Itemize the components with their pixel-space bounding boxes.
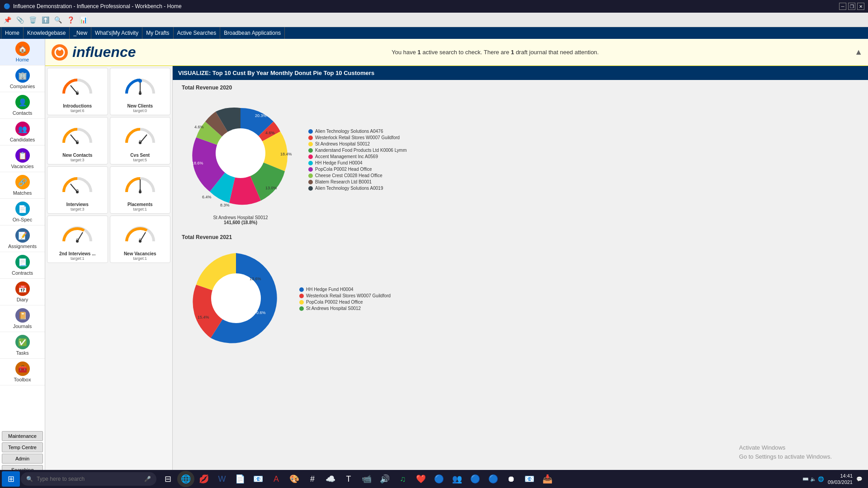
nav-tab-knowledgebase[interactable]: Knowledgebase xyxy=(24,27,70,39)
sidebar-item-journals[interactable]: 📔 Journals xyxy=(0,305,45,332)
svg-text:4.6%: 4.6% xyxy=(265,131,275,135)
maintenance-button[interactable]: Maintenance xyxy=(2,431,43,441)
sidebar-item-candidates[interactable]: 👥 Candidates xyxy=(0,119,45,145)
toolbar-chart-button[interactable]: 📊 xyxy=(78,14,89,25)
taskbar-customer-button[interactable]: 👥 xyxy=(448,471,466,487)
taskbar-word-button[interactable]: W xyxy=(213,471,231,487)
sidebar-item-diary[interactable]: 📅 Diary xyxy=(0,279,45,305)
nav-tab-drafts[interactable]: My Drafts xyxy=(142,27,173,39)
taskbar-teams-button[interactable]: T xyxy=(340,471,357,487)
search-input[interactable] xyxy=(37,476,141,482)
nav-tab-new[interactable]: _New xyxy=(70,27,91,39)
notification-icon[interactable]: 💬 xyxy=(856,476,863,482)
taskbar-acrobat-button[interactable]: A xyxy=(268,471,285,487)
gauge-placements[interactable]: 0 Placements target:1 xyxy=(110,166,171,214)
sidebar-item-assignments[interactable]: 📝 Assignments xyxy=(0,225,45,252)
nav-tab-searches[interactable]: Active Searches xyxy=(174,27,221,39)
taskbar-chrome-button[interactable]: 🌐 xyxy=(177,471,194,487)
gauge-cvs-sent[interactable]: 0 Cvs Sent target:5 xyxy=(110,117,171,164)
nav-tab-broadbean[interactable]: Broadbean Applications xyxy=(220,27,285,39)
nav-tab-home[interactable]: Home xyxy=(1,27,24,39)
sidebar-item-contacts[interactable]: 👤 Contacts xyxy=(0,92,45,119)
restore-button[interactable]: ❐ xyxy=(848,3,855,10)
taskbar-outlook-button[interactable]: 📧 xyxy=(250,471,267,487)
gauge-new-vacancies[interactable]: 0 New Vacancies target:1 xyxy=(110,216,171,263)
taskbar-search-box[interactable]: 🔍 🎤 xyxy=(21,472,156,486)
title-bar-title: 🔵 Influence Demonstration - Influence Pr… xyxy=(4,3,839,9)
taskbar-cloud-button[interactable]: ☁️ xyxy=(322,471,339,487)
gauge-target-new-contacts: target:3 xyxy=(49,158,106,162)
chart-content: Total Revenue 2020 xyxy=(173,80,868,367)
taskbar-docs-button[interactable]: 📄 xyxy=(231,471,249,487)
legend-item-8: Blatem Research Ltd B0001 xyxy=(308,179,407,184)
gauge-label-placements: Placements xyxy=(112,202,169,207)
sidebar-item-toolbox[interactable]: 🧰 Toolbox xyxy=(0,359,45,385)
taskbar-influence3-button[interactable]: 🔵 xyxy=(485,471,502,487)
svg-text:0: 0 xyxy=(139,238,142,243)
sidebar-item-home[interactable]: 🏠 Home xyxy=(0,39,45,66)
taskbar-spotify-button[interactable]: ♫ xyxy=(394,471,411,487)
sidebar-item-vacancies[interactable]: 📋 Vacancies xyxy=(0,145,45,172)
notice-text: You have xyxy=(392,49,416,56)
taskbar-taskview-button[interactable]: ⊟ xyxy=(159,471,176,487)
date-display: 09/03/2021 xyxy=(828,479,853,485)
gauge-label-introductions: Introductions xyxy=(49,103,106,108)
sidebar-label-journals: Journals xyxy=(13,324,32,329)
legend-2021-dot-2 xyxy=(299,300,304,305)
taskbar-adobe-button[interactable]: 🎨 xyxy=(286,471,303,487)
svg-text:0: 0 xyxy=(76,140,79,145)
svg-text:0: 0 xyxy=(76,238,79,243)
donut-svg-2021: 13.6% 70.6% 15.4% xyxy=(182,244,290,352)
toolbar-delete-button[interactable]: 🗑️ xyxy=(27,14,38,25)
sidebar-item-matches[interactable]: 🔗 Matches xyxy=(0,172,45,199)
legend-2021-label-3: St Andrews Hospital S0012 xyxy=(306,306,361,311)
start-button[interactable]: ⊞ xyxy=(2,471,20,487)
admin-button[interactable]: Admin xyxy=(2,454,43,464)
header-scroll-button[interactable]: ▲ xyxy=(854,47,863,57)
taskbar-slack-button[interactable]: # xyxy=(304,471,321,487)
gauge-canvas-2nd-interviews: 0 xyxy=(49,219,106,250)
taskbar-alexa-button[interactable]: 🔊 xyxy=(376,471,393,487)
temp-centre-button[interactable]: Temp Centre xyxy=(2,442,43,452)
toolbar-attach-button[interactable]: 📎 xyxy=(14,14,25,25)
gauge-new-contacts[interactable]: 0 New Contacts target:3 xyxy=(47,117,108,164)
legend-item-5: HH Hedge Fund H0004 xyxy=(308,160,407,165)
legend-2021-label-1: Westerlock Retail Stores W0007 Guildford xyxy=(306,293,391,298)
svg-text:0: 0 xyxy=(139,140,142,145)
sidebar-item-contracts[interactable]: 📃 Contracts xyxy=(0,252,45,279)
svg-text:13.0%: 13.0% xyxy=(265,186,277,190)
logo-icon xyxy=(51,43,69,61)
legend-label-7: Cheese Crest C0028 Head Office xyxy=(315,173,382,178)
main-content: influence You have 1 active search to ch… xyxy=(45,39,868,488)
taskbar-zoom-button[interactable]: 📹 xyxy=(358,471,375,487)
sidebar-item-onspec[interactable]: 📄 On-Spec xyxy=(0,199,45,225)
toolbar-search-button[interactable]: 🔍 xyxy=(52,14,63,25)
sidebar-label-candidates: Candidates xyxy=(10,137,35,142)
taskbar-rec-button[interactable]: ⏺ xyxy=(503,471,520,487)
toolbar-up-button[interactable]: ⬆️ xyxy=(40,14,51,25)
gauge-new-clients[interactable]: 0 New Clients target:0 xyxy=(110,68,171,115)
taskbar-outlook2-button[interactable]: 📧 xyxy=(521,471,538,487)
gauge-interviews[interactable]: 0 Interviews target:3 xyxy=(47,166,108,214)
candidates-icon: 👥 xyxy=(15,122,30,136)
taskbar-influence1-button[interactable]: 🔵 xyxy=(430,471,448,487)
taskbar-heart-button[interactable]: ❤️ xyxy=(412,471,429,487)
svg-text:70.6%: 70.6% xyxy=(254,310,266,315)
toolbar-help-button[interactable]: ❓ xyxy=(65,14,76,25)
taskbar-kiss-button[interactable]: 💋 xyxy=(195,471,212,487)
nav-tab-whats[interactable]: What's|My Activity xyxy=(91,27,142,39)
notice-middle: active search to check. There are xyxy=(422,49,509,56)
sidebar-item-tasks[interactable]: ✅ Tasks xyxy=(0,332,45,359)
taskbar-influence2-button[interactable]: 🔵 xyxy=(467,471,484,487)
taskbar-inb-button[interactable]: 📥 xyxy=(539,471,556,487)
gauge-2nd-interviews[interactable]: 0 2nd Interviews ... target:1 xyxy=(47,216,108,263)
close-button[interactable]: ✕ xyxy=(857,3,864,10)
legend-label-8: Blatem Research Ltd B0001 xyxy=(315,179,372,184)
legend-dot-5 xyxy=(308,161,313,165)
gauge-introductions[interactable]: 0 Introductions target:6 xyxy=(47,68,108,115)
toolbar-pin-button[interactable]: 📌 xyxy=(2,14,13,25)
minimize-button[interactable]: ─ xyxy=(839,3,846,10)
sidebar-item-companies[interactable]: 🏢 Companies xyxy=(0,66,45,92)
vacancies-icon: 📋 xyxy=(15,148,30,163)
legend-2021-label-0: HH Hedge Fund H0004 xyxy=(306,287,354,292)
